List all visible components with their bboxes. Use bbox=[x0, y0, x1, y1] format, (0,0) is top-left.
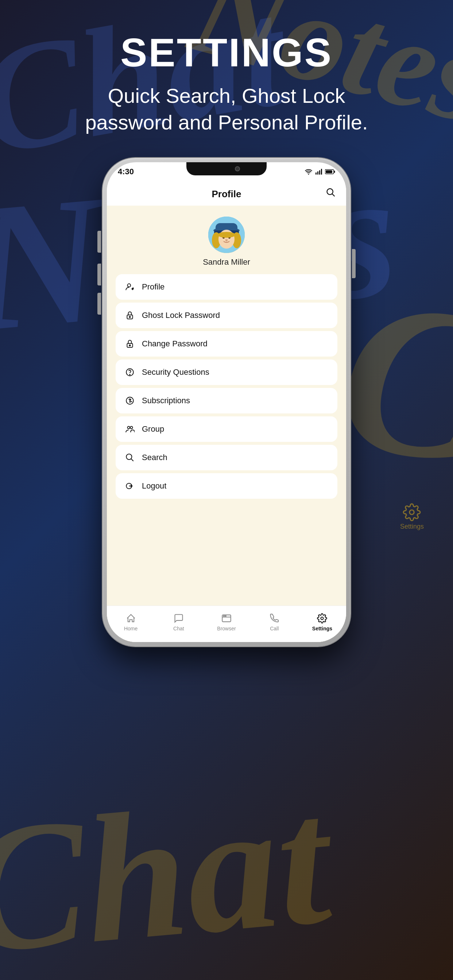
menu-label-group: Group bbox=[142, 425, 164, 434]
phone-outer: 4:30 bbox=[102, 158, 351, 646]
page-header: SETTINGS Quick Search, Ghost Lock passwo… bbox=[81, 0, 372, 158]
settings-side-label: Settings bbox=[400, 523, 424, 530]
menu-item-group[interactable]: Group bbox=[116, 416, 337, 442]
svg-line-31 bbox=[131, 459, 134, 461]
svg-line-9 bbox=[332, 194, 335, 196]
logout-icon bbox=[124, 480, 135, 492]
screen-title: Profile bbox=[212, 188, 241, 200]
notch-camera bbox=[235, 166, 240, 171]
page-title: SETTINGS bbox=[81, 29, 372, 75]
call-icon bbox=[268, 612, 280, 624]
screen-content: Profile bbox=[107, 181, 346, 642]
nav-label-settings: Settings bbox=[312, 625, 332, 632]
menu-label-change-password: Change Password bbox=[142, 339, 207, 348]
svg-rect-6 bbox=[334, 170, 335, 173]
avatar-image bbox=[208, 216, 245, 253]
person-edit-icon bbox=[124, 282, 135, 293]
chat-icon bbox=[173, 612, 185, 624]
menu-item-subscriptions[interactable]: Subscriptions bbox=[116, 388, 337, 414]
svg-rect-2 bbox=[317, 171, 318, 175]
nav-label-home: Home bbox=[124, 625, 137, 632]
profile-section: Sandra Miller bbox=[107, 205, 346, 274]
page-subtitle: Quick Search, Ghost Lock password and Pe… bbox=[81, 83, 372, 136]
menu-label-subscriptions: Subscriptions bbox=[142, 396, 190, 406]
svg-point-38 bbox=[321, 617, 324, 620]
search-icon bbox=[124, 452, 135, 463]
phone-mockup: 4:30 bbox=[102, 158, 351, 646]
menu-item-profile[interactable]: Profile bbox=[116, 274, 337, 300]
search-button[interactable] bbox=[326, 188, 336, 199]
svg-point-19 bbox=[218, 232, 235, 238]
svg-rect-4 bbox=[321, 169, 322, 175]
browser-icon bbox=[221, 612, 232, 624]
phone-inner: 4:30 bbox=[107, 162, 346, 642]
svg-point-29 bbox=[130, 426, 133, 429]
menu-item-ghost-lock[interactable]: Ghost Lock Password bbox=[116, 302, 337, 328]
svg-rect-3 bbox=[319, 170, 320, 175]
nav-label-browser: Browser bbox=[217, 625, 236, 632]
nav-label-chat: Chat bbox=[173, 625, 184, 632]
menu-label-ghost-lock: Ghost Lock Password bbox=[142, 310, 220, 320]
menu-item-change-password[interactable]: Change Password bbox=[116, 331, 337, 356]
lock-icon-change bbox=[124, 338, 135, 349]
svg-rect-7 bbox=[326, 170, 332, 173]
menu-label-search: Search bbox=[142, 453, 167, 462]
avatar bbox=[208, 216, 245, 253]
nav-item-settings[interactable]: Settings bbox=[298, 612, 346, 632]
wifi-icon bbox=[305, 169, 313, 175]
bottom-nav: Home Chat bbox=[107, 606, 346, 642]
svg-point-24 bbox=[129, 345, 130, 345]
menu-label-profile: Profile bbox=[142, 282, 164, 292]
home-icon bbox=[125, 612, 137, 624]
svg-rect-1 bbox=[316, 172, 317, 175]
menu-label-security-questions: Security Questions bbox=[142, 368, 209, 377]
top-bar: Profile bbox=[107, 181, 346, 205]
nav-item-call[interactable]: Call bbox=[250, 612, 298, 632]
nav-item-browser[interactable]: Browser bbox=[203, 612, 250, 632]
status-time: 4:30 bbox=[118, 167, 134, 177]
svg-point-30 bbox=[126, 454, 132, 460]
svg-point-8 bbox=[327, 189, 333, 195]
group-icon bbox=[124, 424, 135, 434]
notch bbox=[187, 162, 266, 175]
menu-item-security-questions[interactable]: Security Questions bbox=[116, 360, 337, 385]
nav-item-home[interactable]: Home bbox=[107, 612, 155, 632]
svg-point-26 bbox=[129, 374, 130, 375]
svg-point-36 bbox=[223, 616, 224, 617]
settings-icon bbox=[316, 612, 328, 624]
question-circle-icon bbox=[124, 367, 135, 378]
signal-icon bbox=[316, 169, 322, 175]
svg-point-22 bbox=[129, 316, 130, 317]
svg-point-0 bbox=[410, 510, 414, 515]
menu-list: Profile Ghost Lock Password bbox=[107, 274, 346, 606]
bg-text-chat-bottom: Chat bbox=[0, 755, 337, 980]
battery-icon bbox=[325, 169, 335, 174]
menu-item-search[interactable]: Search bbox=[116, 445, 337, 470]
lock-icon-ghost bbox=[124, 310, 135, 321]
user-name: Sandra Miller bbox=[203, 258, 250, 267]
status-icons bbox=[305, 169, 335, 175]
nav-label-call: Call bbox=[270, 625, 279, 632]
menu-label-logout: Logout bbox=[142, 481, 166, 491]
menu-item-logout[interactable]: Logout bbox=[116, 473, 337, 499]
svg-point-20 bbox=[128, 284, 131, 287]
dollar-circle-icon bbox=[124, 395, 135, 406]
svg-point-37 bbox=[225, 616, 226, 617]
settings-side-decoration: Settings bbox=[400, 503, 424, 530]
svg-point-28 bbox=[128, 426, 130, 429]
nav-item-chat[interactable]: Chat bbox=[155, 612, 203, 632]
